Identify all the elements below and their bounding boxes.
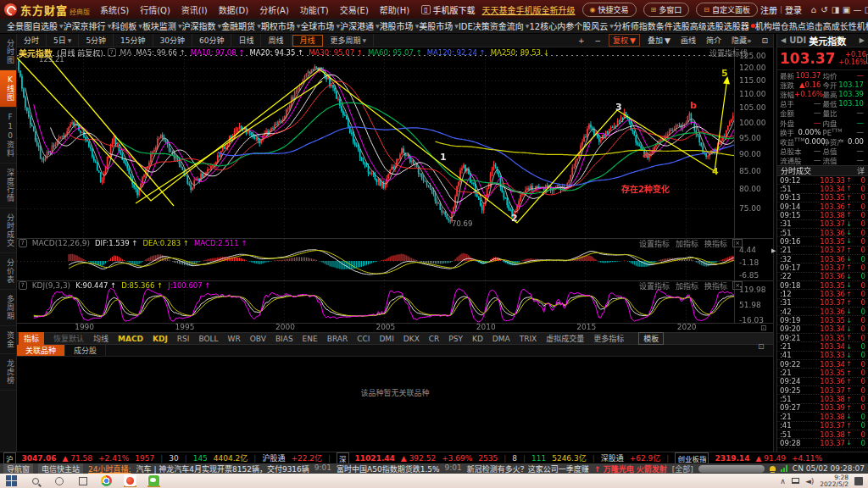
titlebar-menu[interactable]: 交易(E)	[340, 3, 369, 16]
skin-icon[interactable]: ◨	[830, 5, 841, 14]
server-selector-button[interactable]: 电信快主站	[38, 463, 83, 474]
hide-panel-button[interactable]: 隐藏»	[726, 35, 757, 46]
titlebar-menu[interactable]: 资讯(I)	[181, 3, 208, 16]
notification-center-icon[interactable]	[854, 477, 863, 485]
period-tab[interactable]: 5日▼	[47, 34, 79, 47]
indicator-tab-均线[interactable]: 均线	[93, 333, 108, 344]
profile-button[interactable]: 简介	[701, 35, 726, 46]
next-symbol-button[interactable]: ▶	[856, 36, 868, 44]
adjust-dropdown[interactable]: 复权▼	[609, 34, 640, 47]
sidebar-item-8[interactable]: 资金	[0, 326, 16, 354]
indicator-tab-dma[interactable]: DMA	[492, 335, 510, 343]
macd-link[interactable]: 换指标	[704, 238, 727, 249]
nav-item[interactable]: 机构推荐	[857, 19, 868, 32]
close-icon[interactable]: ×	[732, 281, 743, 290]
fund-promo-link[interactable]: 天天基金手机版全新升级	[482, 3, 576, 16]
sidebar-item-3[interactable]: F10资料	[0, 108, 16, 164]
nav-item[interactable]: 资金流向▼	[490, 19, 530, 32]
template-button[interactable]: 模板	[638, 332, 664, 345]
indicator-tab-wr[interactable]: WR	[228, 335, 241, 343]
live-headline[interactable]: 汽车 | 神龙汽车4月实现开票8152辆，交付9316辆	[136, 463, 309, 474]
nav-item[interactable]: 自选股▼	[32, 19, 64, 32]
wechat-app-icon[interactable]	[147, 474, 160, 487]
network-icon[interactable]	[792, 478, 799, 484]
titlebar-menu[interactable]: 功能(T)	[300, 3, 329, 16]
index-tag[interactable]: 深股通	[601, 452, 624, 463]
fullscreen-toggle[interactable]: ⊡	[756, 36, 773, 45]
period-tab[interactable]: 周线	[261, 34, 291, 47]
nav-item[interactable]: 科创板▼	[111, 19, 142, 32]
kdj-link[interactable]: 加指标	[676, 280, 698, 291]
nav-item[interactable]: 个股风云▼	[574, 19, 614, 32]
titlebar-menu[interactable]: 分析(A)	[259, 3, 289, 16]
multiwindow-icon[interactable]: ▣	[841, 5, 852, 14]
indicator-tab-boll[interactable]: BOLL	[198, 335, 218, 343]
zoom-in-button[interactable]: +	[573, 36, 590, 45]
indicator-tab-kd[interactable]: KD	[472, 335, 483, 343]
sidebar-item-4[interactable]: 深度行情	[0, 164, 16, 208]
tick-detail-link[interactable]: 详	[857, 165, 865, 176]
indicator-tab-bias[interactable]: BIAS	[275, 335, 293, 343]
indicator-tab-虚拟成交量[interactable]: 虚拟成交量	[546, 333, 584, 344]
live-broadcast-link[interactable]: 24小时直播:	[88, 463, 131, 474]
indicator-tab-ene[interactable]: ENE	[303, 335, 318, 343]
eastmoney-app-icon[interactable]	[124, 474, 136, 487]
draw-line-button[interactable]: 画线	[676, 35, 701, 46]
volume-icon[interactable]: ◄)	[805, 477, 814, 485]
titlebar-menu[interactable]: 帮助(H)	[380, 3, 409, 16]
task-view-icon[interactable]	[76, 474, 89, 487]
indicator-tab-brar[interactable]: BRAR	[327, 335, 348, 343]
home-icon[interactable]: ⌂	[808, 5, 819, 14]
indicator-tab-rsi[interactable]: RSI	[177, 335, 190, 343]
news-headline[interactable]: 富时中国A50指数期货跌1.5%	[337, 463, 439, 474]
indicator-tab-恢复默认[interactable]: 恢复默认	[53, 333, 84, 344]
titlebar-menu[interactable]: 行情(Q)	[140, 3, 170, 16]
related-tab[interactable]: 关联品种	[17, 345, 65, 356]
close-icon[interactable]: ×	[732, 239, 743, 247]
nav-item[interactable]: 条件选股	[656, 19, 690, 32]
sidebar-item-5[interactable]: 分时成交	[0, 208, 16, 253]
nav-item[interactable]: 金融期货▼	[221, 19, 261, 32]
minimize-button[interactable]: —	[852, 5, 863, 14]
indicator-tab-trix[interactable]: TRIX	[520, 335, 537, 343]
kdj-link[interactable]: 设置指标	[639, 280, 670, 291]
nav-item[interactable]: 高成长性	[823, 19, 857, 32]
nav-item[interactable]: 高级选股	[690, 19, 724, 32]
period-tab[interactable]: 日线	[231, 34, 261, 47]
index-tag[interactable]: 沪	[3, 452, 16, 464]
nav-item[interactable]: 板块监测▼	[142, 19, 182, 32]
titlebar-menu[interactable]: 数据(D)	[219, 3, 249, 16]
nav-item[interactable]: 港股市场▼	[380, 19, 420, 32]
related-tab[interactable]: 成分股	[65, 345, 106, 356]
macd-link[interactable]: 设置指标	[639, 238, 670, 249]
indicator-settings-link[interactable]: 设置指标线	[709, 47, 748, 58]
macd-link[interactable]: 加指标	[676, 238, 698, 249]
period-tab[interactable]: 60分钟	[192, 34, 231, 47]
help-icon[interactable]: ?	[19, 281, 27, 290]
sidebar-item-6[interactable]: 分价表	[0, 253, 16, 290]
nav-item[interactable]: IDE决策	[459, 19, 490, 32]
kdj-link[interactable]: 换指标	[704, 280, 727, 291]
hot-stock-ticker[interactable]: ↑ 万隆光电 火箭发射	[594, 463, 667, 474]
nav-item[interactable]: 全景图	[7, 19, 32, 32]
nav-window-button[interactable]: 导航窗	[3, 463, 33, 474]
overlay-dropdown[interactable]: 叠加▼	[643, 35, 676, 46]
index-tag[interactable]: 沪股通	[262, 452, 285, 463]
period-tab[interactable]: 5分钟	[79, 34, 114, 47]
help-icon[interactable]: ?	[108, 48, 116, 57]
nav-item[interactable]: 沪深京排行▼	[64, 19, 112, 32]
period-tab[interactable]: 更多周期▼	[324, 34, 375, 47]
period-tab[interactable]: 分时	[17, 34, 47, 47]
period-tab[interactable]: 15分钟	[114, 34, 153, 47]
sidebar-item-1[interactable]: 分时图	[0, 34, 16, 70]
maximize-button[interactable]: □	[863, 5, 868, 14]
nav-item[interactable]: 热点追击	[789, 19, 823, 32]
register-link[interactable]: 注册	[760, 3, 777, 16]
indicator-tab-kdj[interactable]: KDJ	[153, 335, 168, 343]
prev-symbol-button[interactable]: ◀	[777, 36, 789, 44]
chrome-icon[interactable]	[100, 474, 113, 487]
nav-item[interactable]: 选股器	[724, 19, 755, 32]
index-tag[interactable]: 深	[337, 452, 349, 464]
indicator-tab-dmi[interactable]: DMI	[379, 335, 393, 343]
news-headline[interactable]: 新冠检测有多火？这家公司一季度赚了143亿！是过去十年利润总和的1.5倍	[467, 463, 589, 474]
